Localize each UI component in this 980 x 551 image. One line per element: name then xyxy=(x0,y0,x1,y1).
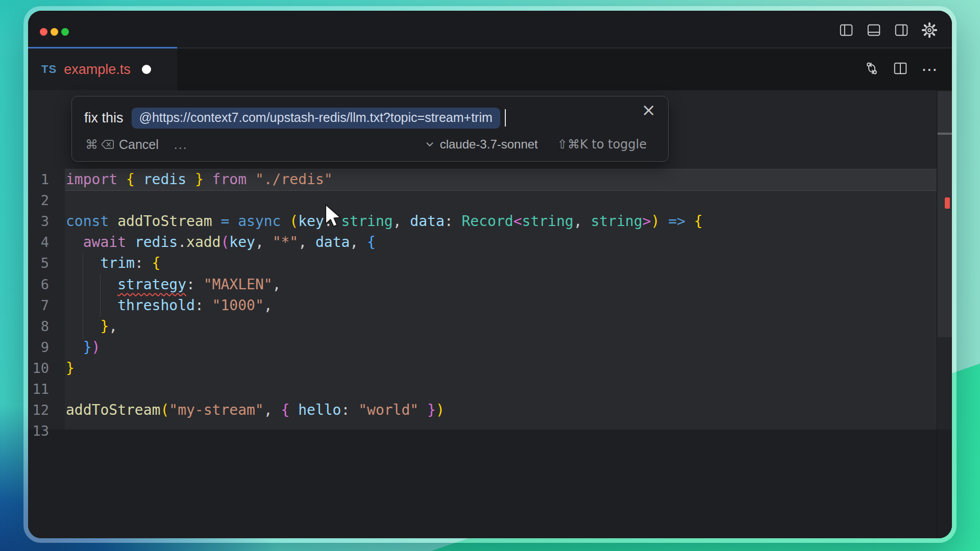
overview-ruler-divider xyxy=(937,90,937,538)
tab-filename: example.ts xyxy=(64,62,131,78)
line-number: 4 xyxy=(28,232,49,253)
inline-chat-widget: fix this @https://context7.com/upstash-r… xyxy=(71,96,669,162)
desktop: TS example.ts xyxy=(0,0,980,551)
code-line-12[interactable]: addToStream("my-stream", { hello: "world… xyxy=(66,399,445,420)
chevron-down-icon xyxy=(425,139,435,149)
line-number: 11 xyxy=(28,379,49,399)
line-number: 1 xyxy=(28,169,49,190)
code-line-8[interactable]: }, xyxy=(66,316,117,337)
code-line-6[interactable]: strategy: "MAXLEN", xyxy=(66,274,281,295)
code-line-9[interactable]: }) xyxy=(66,337,100,358)
context-mention-pill[interactable]: @https://context7.com/upstash-redis/llm.… xyxy=(132,108,500,129)
unsaved-changes-dot-icon[interactable] xyxy=(142,65,151,74)
code-line-3[interactable]: const addToStream = async (key: string, … xyxy=(66,211,703,232)
more-actions-icon[interactable]: ⋯ xyxy=(921,61,938,78)
line-number: 3 xyxy=(28,211,49,232)
close-traffic-light[interactable] xyxy=(40,28,47,36)
tab-bar: TS example.ts xyxy=(28,48,952,90)
active-tab-top-border xyxy=(28,47,177,48)
backspace-key-icon xyxy=(101,138,115,151)
model-name: claude-3.7-sonnet xyxy=(440,137,538,152)
tab-example-ts[interactable]: TS example.ts xyxy=(28,48,177,90)
titlebar xyxy=(28,11,952,48)
split-editor-icon[interactable] xyxy=(893,61,908,78)
code-line-1[interactable]: import { redis } from "./redis" xyxy=(66,169,333,190)
code-line-4[interactable]: await redis.xadd(key, "*", data, { xyxy=(66,232,376,253)
toggle-right-sidebar-icon[interactable] xyxy=(894,22,909,38)
window-rim: TS example.ts xyxy=(23,6,957,543)
minimize-traffic-light[interactable] xyxy=(51,28,58,36)
code-line-5[interactable]: trim: { xyxy=(66,253,160,273)
line-number: 6 xyxy=(28,274,49,295)
settings-gear-icon[interactable] xyxy=(921,22,938,38)
line-number: 12 xyxy=(28,399,49,420)
close-icon[interactable]: × xyxy=(638,97,660,122)
mouse-cursor xyxy=(325,204,342,230)
model-selector[interactable]: claude-3.7-sonnet xyxy=(425,137,538,152)
open-changes-icon[interactable] xyxy=(864,61,879,78)
command-key-icon: ⌘ xyxy=(85,137,98,152)
editor-bottom-area xyxy=(28,430,952,538)
line-number: 7 xyxy=(28,295,49,316)
typescript-file-icon: TS xyxy=(41,63,57,76)
zoom-traffic-light[interactable] xyxy=(61,28,69,36)
prompt-text[interactable]: fix this xyxy=(84,110,124,126)
line-number: 5 xyxy=(28,253,49,273)
indent-guide xyxy=(100,274,101,317)
cancel-button[interactable]: Cancel xyxy=(119,137,159,152)
text-caret xyxy=(505,109,506,127)
toggle-shortcut-hint: ⇧⌘K to toggle xyxy=(557,137,647,152)
scrollbar-slider[interactable] xyxy=(938,91,952,337)
line-number: 2 xyxy=(28,190,49,211)
toggle-bottom-panel-icon[interactable] xyxy=(866,22,881,38)
line-number: 8 xyxy=(28,316,49,337)
toggle-left-sidebar-icon[interactable] xyxy=(839,22,854,38)
line-number: 13 xyxy=(28,420,49,441)
code-line-10[interactable]: } xyxy=(66,358,75,379)
ruler-error-marker xyxy=(945,197,950,209)
line-number: 9 xyxy=(28,337,49,358)
editor-window: TS example.ts xyxy=(28,11,952,538)
indent-guide xyxy=(83,254,83,339)
code-line-7[interactable]: threshold: "1000", xyxy=(66,295,273,316)
ruler-cursor-mark xyxy=(938,133,952,135)
line-number: 10 xyxy=(28,358,49,379)
more-options-button[interactable]: ... xyxy=(174,137,188,152)
